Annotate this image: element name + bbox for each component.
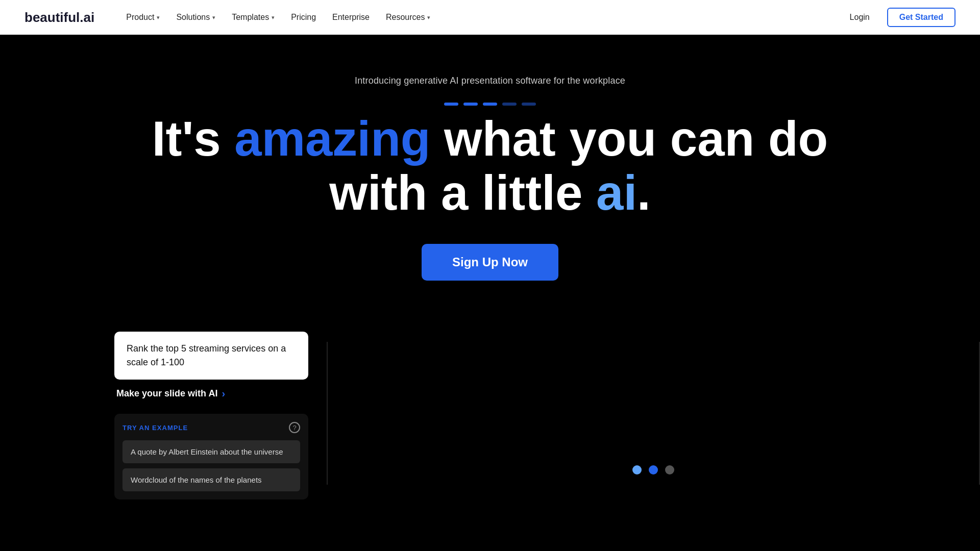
try-example-label: TRY AN EXAMPLE	[122, 424, 188, 432]
help-icon[interactable]: ?	[289, 422, 300, 433]
slide-dot-1[interactable]	[649, 465, 658, 474]
nav-resources-label: Resources	[386, 13, 425, 22]
nav-item-templates[interactable]: Templates ▾	[225, 9, 282, 26]
examples-header: TRY AN EXAMPLE ?	[122, 422, 300, 433]
nav-enterprise-label: Enterprise	[332, 13, 370, 22]
nav-templates-label: Templates	[232, 13, 269, 22]
example-item-0[interactable]: A quote by Albert Einstein about the uni…	[122, 440, 300, 463]
nav-right: Login Get Started	[843, 8, 955, 27]
hero-dot-1	[444, 103, 458, 106]
logo[interactable]: beautiful.ai	[24, 10, 94, 26]
signup-button[interactable]: Sign Up Now	[422, 244, 558, 281]
heading-highlight-amazing: amazing	[234, 111, 430, 166]
slide-dot-2[interactable]	[665, 465, 674, 474]
slide-dot-0[interactable]	[632, 465, 642, 474]
hero-subtitle: Introducing generative AI presentation s…	[20, 76, 960, 86]
heading-suffix-1: what you can do	[430, 111, 828, 166]
example-item-1[interactable]: Wordcloud of the names of the planets	[122, 468, 300, 491]
make-slide-link[interactable]: Make your slide with AI ›	[114, 388, 327, 399]
heading-prefix-1: It's	[152, 111, 235, 166]
nav-item-resources[interactable]: Resources ▾	[379, 9, 437, 26]
hero-dot-4	[502, 103, 517, 106]
heading-prefix-2: with a little	[329, 165, 596, 220]
nav-links: Product ▾ Solutions ▾ Templates ▾ Pricin…	[119, 9, 842, 26]
nav-item-pricing[interactable]: Pricing	[284, 9, 323, 26]
heading-line1: It's amazing what you can do	[152, 111, 828, 166]
resources-chevron-icon: ▾	[427, 14, 430, 21]
right-panel	[328, 332, 979, 495]
hero-heading: It's amazing what you can do with a litt…	[20, 112, 960, 219]
make-slide-label: Make your slide with AI	[116, 388, 217, 399]
left-panel: Rank the top 5 streaming services on a s…	[0, 332, 327, 499]
login-button[interactable]: Login	[843, 9, 877, 26]
slide-dots	[632, 465, 674, 474]
heading-suffix-2: .	[637, 165, 651, 220]
product-chevron-icon: ▾	[157, 14, 160, 21]
navbar: beautiful.ai Product ▾ Solutions ▾ Templ…	[0, 0, 980, 35]
prompt-box[interactable]: Rank the top 5 streaming services on a s…	[114, 332, 308, 380]
bottom-section: Rank the top 5 streaming services on a s…	[0, 311, 980, 499]
hero-dot-5	[522, 103, 536, 106]
nav-product-label: Product	[126, 13, 154, 22]
chevron-right-icon: ›	[222, 388, 225, 399]
templates-chevron-icon: ▾	[272, 14, 275, 21]
nav-item-product[interactable]: Product ▾	[119, 9, 167, 26]
get-started-button[interactable]: Get Started	[887, 8, 955, 27]
nav-item-enterprise[interactable]: Enterprise	[325, 9, 377, 26]
examples-panel: TRY AN EXAMPLE ? A quote by Albert Einst…	[114, 414, 308, 499]
hero-section: Introducing generative AI presentation s…	[0, 35, 980, 311]
hero-dot-3	[483, 103, 497, 106]
hero-dot-2	[463, 103, 478, 106]
heading-line2: with a little ai.	[329, 165, 650, 220]
nav-item-solutions[interactable]: Solutions ▾	[169, 9, 223, 26]
heading-highlight-ai: ai	[596, 165, 637, 220]
nav-solutions-label: Solutions	[176, 13, 210, 22]
hero-indicator-dots	[20, 103, 960, 106]
nav-pricing-label: Pricing	[291, 13, 316, 22]
solutions-chevron-icon: ▾	[212, 14, 215, 21]
